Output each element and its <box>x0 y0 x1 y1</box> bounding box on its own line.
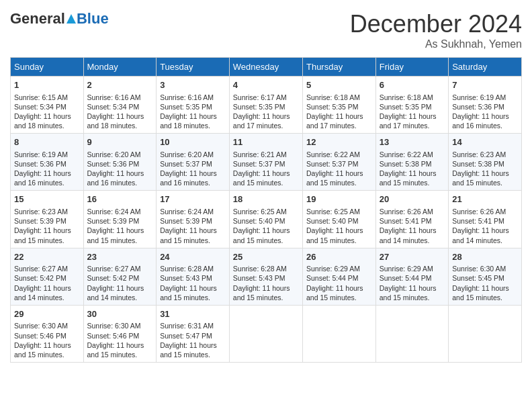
sunrise-text: Sunrise: 6:26 AM <box>452 208 506 216</box>
day-number: 8 <box>14 136 80 148</box>
calendar-day-cell: 3Sunrise: 6:16 AMSunset: 5:35 PMDaylight… <box>157 77 230 134</box>
day-number: 22 <box>14 251 80 263</box>
day-number: 20 <box>380 193 445 205</box>
sunset-text: Sunset: 5:36 PM <box>452 103 504 111</box>
logo-blue-text: Blue <box>77 10 109 28</box>
sunset-text: Sunset: 5:38 PM <box>452 160 504 168</box>
logo-triangle-icon <box>66 10 76 28</box>
calendar-day-cell <box>229 305 302 362</box>
day-number: 31 <box>160 308 226 320</box>
logo-general-text: General <box>10 10 65 28</box>
sunrise-text: Sunrise: 6:16 AM <box>160 93 214 101</box>
calendar-day-cell: 2Sunrise: 6:16 AMSunset: 5:34 PMDaylight… <box>83 77 157 134</box>
day-number: 7 <box>452 79 518 91</box>
calendar-body: 1Sunrise: 6:15 AMSunset: 5:34 PMDaylight… <box>11 77 522 363</box>
sunset-text: Sunset: 5:38 PM <box>380 160 432 168</box>
sunrise-text: Sunrise: 6:20 AM <box>160 150 214 158</box>
sunset-text: Sunset: 5:39 PM <box>14 217 66 225</box>
calendar-day-cell: 26Sunrise: 6:29 AMSunset: 5:44 PMDayligh… <box>302 248 375 305</box>
weekday-header-cell: Friday <box>375 58 448 77</box>
calendar-day-cell: 12Sunrise: 6:22 AMSunset: 5:37 PMDayligh… <box>302 134 375 191</box>
calendar-day-cell: 10Sunrise: 6:20 AMSunset: 5:37 PMDayligh… <box>157 134 230 191</box>
day-number: 1 <box>14 79 80 91</box>
sunrise-text: Sunrise: 6:23 AM <box>14 208 68 216</box>
sunrise-text: Sunrise: 6:22 AM <box>306 150 360 158</box>
sunrise-text: Sunrise: 6:19 AM <box>14 150 68 158</box>
day-number: 6 <box>380 79 445 91</box>
calendar-week-row: 29Sunrise: 6:30 AMSunset: 5:46 PMDayligh… <box>11 305 522 362</box>
day-number: 16 <box>87 193 153 205</box>
calendar-day-cell: 15Sunrise: 6:23 AMSunset: 5:39 PMDayligh… <box>11 191 84 248</box>
sunset-text: Sunset: 5:35 PM <box>306 103 359 111</box>
weekday-header-cell: Wednesday <box>229 58 302 77</box>
day-number: 13 <box>380 136 445 148</box>
sunset-text: Sunset: 5:46 PM <box>14 332 66 340</box>
day-number: 28 <box>452 251 518 263</box>
day-number: 17 <box>160 193 226 205</box>
calendar-week-row: 15Sunrise: 6:23 AMSunset: 5:39 PMDayligh… <box>11 191 522 248</box>
daylight-text: Daylight: 11 hours and 15 minutes. <box>233 169 290 187</box>
sunrise-text: Sunrise: 6:16 AM <box>87 93 141 101</box>
calendar-day-cell: 18Sunrise: 6:25 AMSunset: 5:40 PMDayligh… <box>229 191 302 248</box>
daylight-text: Daylight: 11 hours and 14 minutes. <box>87 284 144 302</box>
daylight-text: Daylight: 11 hours and 17 minutes. <box>233 112 290 130</box>
daylight-text: Daylight: 11 hours and 15 minutes. <box>452 284 509 302</box>
day-number: 25 <box>233 251 299 263</box>
logo: General Blue <box>10 10 109 28</box>
sunrise-text: Sunrise: 6:25 AM <box>233 208 287 216</box>
weekday-header-cell: Monday <box>83 58 157 77</box>
calendar-day-cell: 5Sunrise: 6:18 AMSunset: 5:35 PMDaylight… <box>302 77 375 134</box>
sunrise-text: Sunrise: 6:24 AM <box>87 208 141 216</box>
weekday-header-cell: Thursday <box>302 58 375 77</box>
daylight-text: Daylight: 11 hours and 15 minutes. <box>160 226 217 244</box>
calendar-day-cell: 17Sunrise: 6:24 AMSunset: 5:39 PMDayligh… <box>157 191 230 248</box>
sunset-text: Sunset: 5:36 PM <box>14 160 66 168</box>
day-number: 30 <box>87 308 153 320</box>
calendar-day-cell <box>449 305 522 362</box>
calendar-day-cell: 6Sunrise: 6:18 AMSunset: 5:35 PMDaylight… <box>375 77 448 134</box>
calendar-table: SundayMondayTuesdayWednesdayThursdayFrid… <box>10 57 522 363</box>
sunrise-text: Sunrise: 6:29 AM <box>306 265 360 273</box>
calendar-day-cell: 22Sunrise: 6:27 AMSunset: 5:42 PMDayligh… <box>11 248 84 305</box>
daylight-text: Daylight: 11 hours and 18 minutes. <box>87 112 144 130</box>
day-number: 4 <box>233 79 299 91</box>
sunset-text: Sunset: 5:37 PM <box>233 160 285 168</box>
daylight-text: Daylight: 11 hours and 15 minutes. <box>87 226 144 244</box>
day-number: 18 <box>233 193 299 205</box>
sunrise-text: Sunrise: 6:29 AM <box>380 265 433 273</box>
calendar-day-cell: 13Sunrise: 6:22 AMSunset: 5:38 PMDayligh… <box>375 134 448 191</box>
sunrise-text: Sunrise: 6:25 AM <box>306 208 360 216</box>
daylight-text: Daylight: 11 hours and 15 minutes. <box>452 169 509 187</box>
sunset-text: Sunset: 5:45 PM <box>452 274 504 282</box>
daylight-text: Daylight: 11 hours and 18 minutes. <box>14 112 71 130</box>
daylight-text: Daylight: 11 hours and 16 minutes. <box>14 169 71 187</box>
sunrise-text: Sunrise: 6:20 AM <box>87 150 141 158</box>
daylight-text: Daylight: 11 hours and 17 minutes. <box>306 112 363 130</box>
daylight-text: Daylight: 11 hours and 16 minutes. <box>160 169 217 187</box>
sunrise-text: Sunrise: 6:17 AM <box>233 93 287 101</box>
sunrise-text: Sunrise: 6:28 AM <box>233 265 287 273</box>
calendar-day-cell: 28Sunrise: 6:30 AMSunset: 5:45 PMDayligh… <box>449 248 522 305</box>
sunrise-text: Sunrise: 6:27 AM <box>14 265 68 273</box>
day-number: 12 <box>306 136 372 148</box>
calendar-day-cell: 4Sunrise: 6:17 AMSunset: 5:35 PMDaylight… <box>229 77 302 134</box>
calendar-week-row: 8Sunrise: 6:19 AMSunset: 5:36 PMDaylight… <box>11 134 522 191</box>
daylight-text: Daylight: 11 hours and 14 minutes. <box>452 226 509 244</box>
daylight-text: Daylight: 11 hours and 15 minutes. <box>306 284 363 302</box>
daylight-text: Daylight: 11 hours and 15 minutes. <box>233 284 290 302</box>
calendar-day-cell: 1Sunrise: 6:15 AMSunset: 5:34 PMDaylight… <box>11 77 84 134</box>
calendar-day-cell: 11Sunrise: 6:21 AMSunset: 5:37 PMDayligh… <box>229 134 302 191</box>
sunset-text: Sunset: 5:41 PM <box>452 217 504 225</box>
day-number: 19 <box>306 193 372 205</box>
sunset-text: Sunset: 5:34 PM <box>14 103 66 111</box>
sunrise-text: Sunrise: 6:19 AM <box>452 93 506 101</box>
weekday-header-row: SundayMondayTuesdayWednesdayThursdayFrid… <box>11 58 522 77</box>
calendar-day-cell: 30Sunrise: 6:30 AMSunset: 5:46 PMDayligh… <box>83 305 157 362</box>
daylight-text: Daylight: 11 hours and 14 minutes. <box>14 284 71 302</box>
sunset-text: Sunset: 5:35 PM <box>160 103 212 111</box>
calendar-day-cell: 19Sunrise: 6:25 AMSunset: 5:40 PMDayligh… <box>302 191 375 248</box>
location-title: As Sukhnah, Yemen <box>350 38 522 50</box>
calendar-day-cell: 27Sunrise: 6:29 AMSunset: 5:44 PMDayligh… <box>375 248 448 305</box>
sunset-text: Sunset: 5:46 PM <box>87 332 140 340</box>
daylight-text: Daylight: 11 hours and 16 minutes. <box>87 169 144 187</box>
